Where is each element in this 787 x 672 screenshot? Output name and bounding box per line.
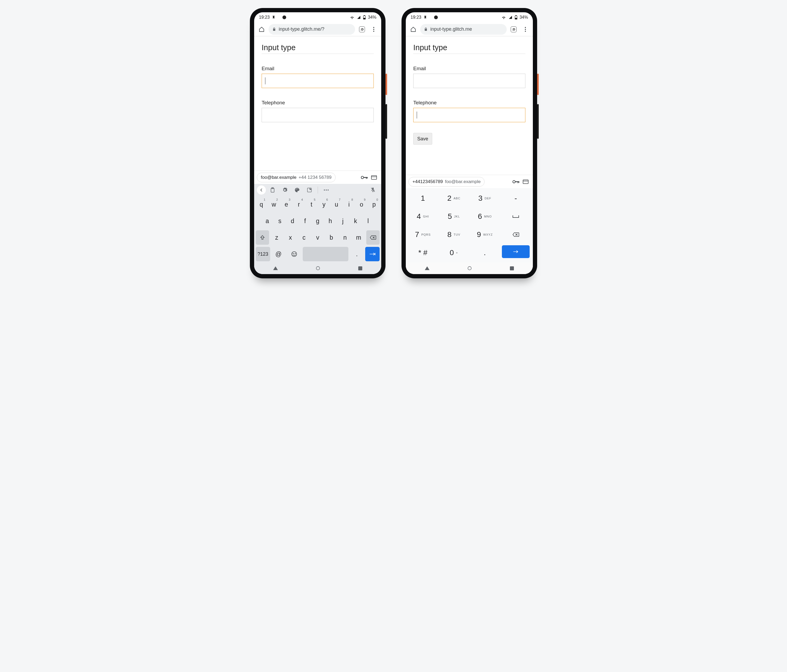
keyboard-back-button[interactable] [257,186,266,194]
key-k[interactable]: k [350,214,361,228]
page-content: Input type Email Telephone [254,36,381,170]
numkey-1[interactable]: 2ABC [438,189,469,207]
more-horiz-icon [324,189,329,191]
browser-toolbar: input-type.glitch.me :D [406,22,533,36]
key-icon[interactable] [361,175,368,180]
lock-icon [424,27,428,31]
wifi-icon [501,16,506,19]
numkey-2[interactable]: 3DEF [469,189,500,207]
tabs-button[interactable]: :D [357,25,367,34]
save-button[interactable]: Save [413,133,432,145]
key-x[interactable]: x [284,230,297,245]
more-button[interactable] [321,185,332,196]
numkey-0[interactable]: 1 [408,189,438,207]
key-e[interactable]: e3 [281,197,292,211]
key-j[interactable]: j [337,214,348,228]
url-bar[interactable]: input-type.glitch.me [420,24,507,35]
shift-key[interactable] [256,230,269,245]
key-l[interactable]: l [362,214,374,228]
numkey-13[interactable]: 0+ [438,244,469,262]
backspace-key[interactable] [366,230,379,245]
key-q[interactable]: q1 [256,197,267,211]
autofill-chip[interactable]: foo@bar.example +44 1234 56789 [257,173,335,182]
key-a[interactable]: a [262,214,273,228]
svg-point-28 [513,180,515,183]
nav-recent-icon[interactable] [510,267,514,270]
emoji-key[interactable] [287,247,302,261]
menu-button[interactable] [369,25,379,34]
telephone-field[interactable] [262,108,374,122]
key-row-4: ?123 @ . [254,246,381,262]
key-m[interactable]: m [352,230,365,245]
numkey-15[interactable] [502,245,529,258]
mic-button[interactable] [367,185,379,196]
nav-home-icon[interactable] [468,266,472,270]
home-button[interactable] [257,25,266,34]
key-p[interactable]: p0 [368,197,379,211]
at-key[interactable]: @ [272,247,286,261]
telephone-label: Telephone [262,100,374,106]
key-n[interactable]: n [339,230,351,245]
nav-recent-icon[interactable] [358,267,362,270]
email-field[interactable] [262,74,374,88]
space-key[interactable] [303,247,348,261]
numkey-14[interactable]: . [469,244,500,262]
key-h[interactable]: h [325,214,336,228]
nav-back-icon[interactable] [425,267,430,270]
sticker-button[interactable] [304,185,315,196]
key-d[interactable]: d [287,214,298,228]
key-z[interactable]: z [270,230,283,245]
key-g[interactable]: g [312,214,323,228]
autofill-chip[interactable]: +44123456789 foo@bar.example [408,177,485,186]
enter-key[interactable] [365,247,379,261]
numkey-11[interactable] [500,226,531,244]
settings-button[interactable] [279,185,291,196]
numkey-4[interactable]: 4GHI [408,207,438,226]
shift-icon [260,235,265,240]
key-i[interactable]: i8 [343,197,354,211]
numkey-9[interactable]: 8TUV [438,226,469,244]
key-c[interactable]: c [298,230,310,245]
email-field[interactable] [413,74,525,88]
key-r[interactable]: r4 [293,197,305,211]
nav-bar [254,262,381,274]
symbols-key[interactable]: ?123 [256,247,270,261]
key-w[interactable]: w2 [268,197,280,211]
home-button[interactable] [408,25,418,34]
url-bar[interactable]: input-type.glitch.me/? [269,24,355,35]
numkey-5[interactable]: 5JKL [438,207,469,226]
menu-button[interactable] [521,25,530,34]
period-key[interactable]: . [350,247,364,261]
numkey-7[interactable] [500,207,531,226]
key-v[interactable]: v [311,230,324,245]
svg-point-21 [293,253,293,254]
card-icon[interactable] [523,180,529,184]
nav-bar [406,262,533,274]
numkey-8[interactable]: 7PQRS [408,226,438,244]
tabs-button[interactable]: :D [509,25,518,34]
svg-point-20 [292,252,297,257]
key-y[interactable]: y6 [318,197,330,211]
card-icon[interactable] [371,175,377,180]
svg-rect-24 [358,267,362,270]
key-b[interactable]: b [325,230,337,245]
key-f[interactable]: f [300,214,311,228]
key-s[interactable]: s [274,214,285,228]
nav-home-icon[interactable] [316,266,320,270]
telephone-field[interactable] [413,108,525,122]
key-o[interactable]: o9 [356,197,367,211]
battery-icon [363,15,366,19]
text-caret [417,112,417,118]
battery-percent: 34% [520,15,528,20]
key-u[interactable]: u7 [331,197,342,211]
clipboard-button[interactable] [267,185,278,196]
numkey-10[interactable]: 9WXYZ [469,226,500,244]
theme-button[interactable] [292,185,303,196]
qwerty-keyboard: q1w2e3r4t5y6u7i8o9p0 asdfghjkl zxcvbnm ?… [254,184,381,274]
numkey-3[interactable]: - [500,189,531,207]
nav-back-icon[interactable] [273,267,278,270]
key-icon[interactable] [512,179,520,184]
key-t[interactable]: t5 [306,197,317,211]
numkey-12[interactable]: * # [408,244,438,262]
numkey-6[interactable]: 6MNO [469,207,500,226]
